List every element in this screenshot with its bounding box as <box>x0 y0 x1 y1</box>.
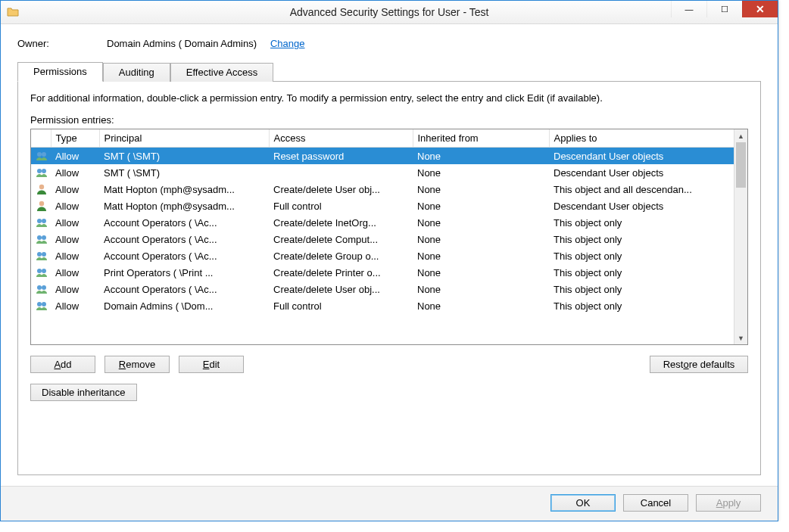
col-applies[interactable]: Applies to <box>549 129 734 148</box>
cell-type: Allow <box>51 264 99 281</box>
ok-button[interactable]: OK <box>550 494 616 512</box>
cell-type: Allow <box>51 148 99 165</box>
tab-effective-access[interactable]: Effective Access <box>170 63 273 82</box>
cell-principal: SMT ( \SMT) <box>99 148 269 165</box>
svg-point-15 <box>42 285 46 290</box>
inheritance-row: Disable inheritance <box>30 384 748 401</box>
principal-group-icon <box>31 264 51 281</box>
table-row[interactable]: AllowAccount Operators ( \Ac...Create/de… <box>31 214 734 231</box>
cell-inherited: None <box>413 164 549 181</box>
cell-inherited: None <box>413 148 549 165</box>
cell-applies: This object only <box>549 231 734 247</box>
table-row[interactable]: AllowMatt Hopton (mph@sysadm...Create/de… <box>31 181 734 198</box>
principal-group-icon <box>31 247 51 264</box>
cell-principal: Account Operators ( \Ac... <box>99 281 269 297</box>
scroll-thumb[interactable] <box>736 142 746 188</box>
cell-type: Allow <box>51 164 99 181</box>
table-row[interactable]: AllowDomain Admins ( \Dom...Full control… <box>31 297 734 314</box>
svg-point-6 <box>37 219 42 223</box>
cell-principal: Print Operators ( \Print ... <box>99 264 269 281</box>
entries-label: Permission entries: <box>30 114 748 126</box>
cell-inherited: None <box>413 264 549 281</box>
table-row[interactable]: AllowAccount Operators ( \Ac...Create/de… <box>31 281 734 297</box>
scroll-up-icon[interactable]: ▲ <box>734 129 747 142</box>
owner-row: Owner: Domain Admins ( Domain Admins) Ch… <box>17 38 761 49</box>
svg-point-13 <box>42 269 46 273</box>
table-row[interactable]: AllowAccount Operators ( \Ac...Create/de… <box>31 247 734 264</box>
window-title: Advanced Security Settings for User - Te… <box>1 6 778 18</box>
minimize-icon: — <box>685 5 694 14</box>
svg-point-9 <box>42 235 46 240</box>
cell-inherited: None <box>413 231 549 247</box>
cell-access: Full control <box>269 198 413 214</box>
table-row[interactable]: AllowAccount Operators ( \Ac...Create/de… <box>31 231 734 247</box>
principal-group-icon <box>31 214 51 231</box>
principal-group-icon <box>31 164 51 181</box>
svg-point-0 <box>37 152 42 157</box>
svg-point-4 <box>39 185 44 189</box>
restore-defaults-button[interactable]: Restore defaults <box>650 356 748 373</box>
svg-point-5 <box>39 201 44 206</box>
entry-button-row: Add Remove Edit Restore defaults <box>30 356 748 373</box>
vertical-scrollbar[interactable]: ▲ ▼ <box>734 129 747 344</box>
principal-group-icon <box>31 148 51 165</box>
cell-type: Allow <box>51 281 99 297</box>
close-icon: ✕ <box>756 3 765 15</box>
svg-point-11 <box>42 252 46 257</box>
svg-point-12 <box>37 269 42 273</box>
cell-principal: Domain Admins ( \Dom... <box>99 297 269 314</box>
col-access[interactable]: Access <box>269 129 413 148</box>
apply-button[interactable]: Apply <box>696 494 761 512</box>
cell-type: Allow <box>51 181 99 198</box>
cell-applies: This object only <box>549 264 734 281</box>
col-type[interactable]: Type <box>51 129 99 148</box>
window: Advanced Security Settings for User - Te… <box>0 0 778 521</box>
minimize-button[interactable]: — <box>671 1 706 17</box>
owner-value: Domain Admins ( Domain Admins) <box>107 38 257 49</box>
cell-applies: This object only <box>549 281 734 297</box>
tab-permissions[interactable]: Permissions <box>17 62 103 82</box>
disable-inheritance-button[interactable]: Disable inheritance <box>30 384 137 401</box>
svg-point-3 <box>42 169 46 173</box>
cell-applies: Descendant User objects <box>549 148 734 165</box>
change-owner-link[interactable]: Change <box>270 38 305 49</box>
info-text: For additional information, double-click… <box>30 92 748 104</box>
add-button[interactable]: Add <box>30 356 95 373</box>
cell-access: Create/delete InetOrg... <box>269 214 413 231</box>
col-inherited[interactable]: Inherited from <box>413 129 549 148</box>
col-principal[interactable]: Principal <box>99 129 269 148</box>
cell-principal: Matt Hopton (mph@sysadm... <box>99 181 269 198</box>
cell-access: Create/delete User obj... <box>269 181 413 198</box>
table-row[interactable]: AllowMatt Hopton (mph@sysadm...Full cont… <box>31 198 734 214</box>
principal-user-icon <box>31 181 51 198</box>
scroll-down-icon[interactable]: ▼ <box>734 331 747 344</box>
table-row[interactable]: AllowSMT ( \SMT)NoneDescendant User obje… <box>31 164 734 181</box>
svg-point-8 <box>37 235 42 240</box>
cell-type: Allow <box>51 198 99 214</box>
svg-point-2 <box>37 169 42 173</box>
table-row[interactable]: AllowSMT ( \SMT)Reset passwordNoneDescen… <box>31 148 734 165</box>
cell-applies: This object only <box>549 214 734 231</box>
svg-point-16 <box>37 302 42 306</box>
owner-label: Owner: <box>17 38 101 49</box>
tab-auditing[interactable]: Auditing <box>103 63 170 82</box>
close-button[interactable]: ✕ <box>742 1 778 17</box>
maximize-button[interactable]: ☐ <box>706 1 742 17</box>
cell-access <box>269 164 413 181</box>
cell-type: Allow <box>51 214 99 231</box>
cell-applies: This object and all descendan... <box>549 181 734 198</box>
permission-grid-body[interactable]: Type Principal Access Inherited from App… <box>31 129 747 344</box>
cell-type: Allow <box>51 247 99 264</box>
principal-group-icon <box>31 281 51 297</box>
table-row[interactable]: AllowPrint Operators ( \Print ...Create/… <box>31 264 734 281</box>
titlebar: Advanced Security Settings for User - Te… <box>1 1 778 24</box>
remove-button[interactable]: Remove <box>104 356 170 373</box>
tabstrip: Permissions Auditing Effective Access <box>17 61 761 81</box>
edit-button[interactable]: Edit <box>179 356 244 373</box>
dialog-footer: OK Cancel Apply <box>1 486 778 521</box>
col-icon[interactable] <box>31 129 51 148</box>
cell-access: Create/delete User obj... <box>269 281 413 297</box>
scroll-track[interactable] <box>734 142 747 331</box>
cell-type: Allow <box>51 297 99 314</box>
cancel-button[interactable]: Cancel <box>623 494 688 512</box>
